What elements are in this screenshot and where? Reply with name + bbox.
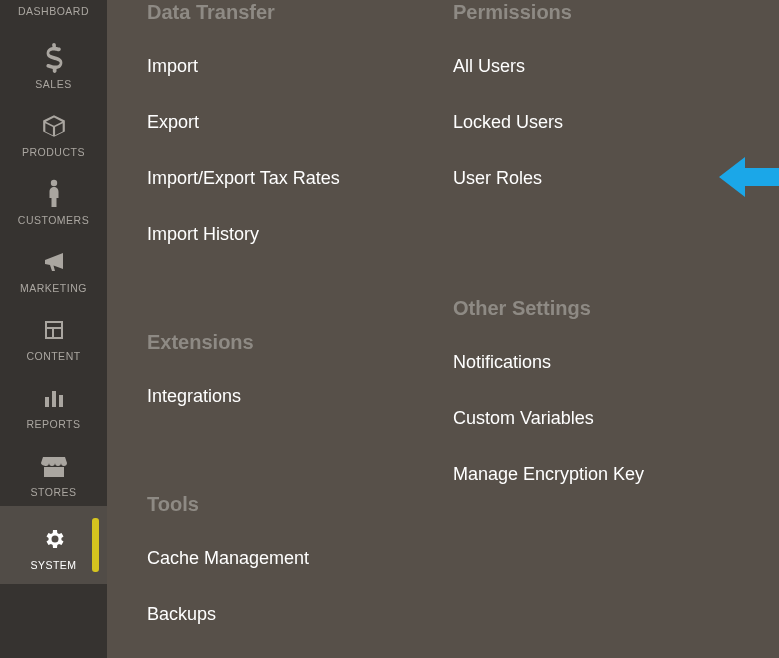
megaphone-icon xyxy=(41,244,67,280)
sidenav-item-system[interactable]: SYSTEM xyxy=(0,506,107,584)
sidenav-label: CUSTOMERS xyxy=(18,214,89,226)
sidenav-label: STORES xyxy=(31,486,77,498)
menu-link-notifications[interactable]: Notifications xyxy=(453,350,759,374)
section-header-tools: Tools xyxy=(147,492,453,516)
sidenav-label: REPORTS xyxy=(26,418,80,430)
system-flyout: Data Transfer Import Export Import/Expor… xyxy=(107,0,779,658)
menu-link-import[interactable]: Import xyxy=(147,54,453,78)
menu-link-import-export-tax-rates[interactable]: Import/Export Tax Rates xyxy=(147,166,453,190)
flyout-column-2: Permissions All Users Locked Users User … xyxy=(453,0,759,658)
menu-link-integrations[interactable]: Integrations xyxy=(147,384,453,408)
menu-link-user-roles[interactable]: User Roles xyxy=(453,166,759,190)
sidenav-label: SALES xyxy=(35,78,71,90)
menu-link-locked-users[interactable]: Locked Users xyxy=(453,110,759,134)
sidenav-label: DASHBOARD xyxy=(18,5,89,17)
menu-link-export[interactable]: Export xyxy=(147,110,453,134)
section-header-permissions: Permissions xyxy=(453,0,759,24)
sidenav-label: CONTENT xyxy=(26,350,80,362)
svg-rect-2 xyxy=(52,391,56,407)
layout-icon xyxy=(42,312,66,348)
menu-link-cache-management[interactable]: Cache Management xyxy=(147,546,453,570)
section-header-other-settings: Other Settings xyxy=(453,296,759,320)
sidenav-item-content[interactable]: CONTENT xyxy=(0,302,107,370)
menu-link-manage-encryption-key[interactable]: Manage Encryption Key xyxy=(453,462,759,486)
sidenav-item-marketing[interactable]: MARKETING xyxy=(0,234,107,302)
sidenav-label: MARKETING xyxy=(20,282,87,294)
sidenav-item-sales[interactable]: SALES xyxy=(0,30,107,98)
storefront-icon xyxy=(41,448,67,484)
menu-link-all-users[interactable]: All Users xyxy=(453,54,759,78)
active-indicator xyxy=(92,518,99,572)
sidenav-label: PRODUCTS xyxy=(22,146,85,158)
sidenav-item-dashboard[interactable]: DASHBOARD xyxy=(0,0,107,30)
menu-link-backups[interactable]: Backups xyxy=(147,602,453,626)
menu-link-custom-variables[interactable]: Custom Variables xyxy=(453,406,759,430)
svg-rect-3 xyxy=(59,395,63,407)
bars-icon xyxy=(42,380,66,416)
sidenav-label: SYSTEM xyxy=(30,559,76,571)
box-icon xyxy=(41,108,67,144)
gear-icon xyxy=(42,521,66,557)
section-header-extensions: Extensions xyxy=(147,330,453,354)
dollar-icon xyxy=(43,40,65,76)
admin-sidenav: DASHBOARD SALES PRODUCTS CUSTOMERS MARKE… xyxy=(0,0,107,658)
sidenav-item-reports[interactable]: REPORTS xyxy=(0,370,107,438)
person-icon xyxy=(46,176,62,212)
svg-point-0 xyxy=(50,180,56,186)
sidenav-item-products[interactable]: PRODUCTS xyxy=(0,98,107,166)
menu-link-import-history[interactable]: Import History xyxy=(147,222,453,246)
sidenav-item-customers[interactable]: CUSTOMERS xyxy=(0,166,107,234)
svg-rect-1 xyxy=(45,397,49,407)
sidenav-item-stores[interactable]: STORES xyxy=(0,438,107,506)
flyout-column-1: Data Transfer Import Export Import/Expor… xyxy=(147,0,453,658)
section-header-data-transfer: Data Transfer xyxy=(147,0,453,24)
